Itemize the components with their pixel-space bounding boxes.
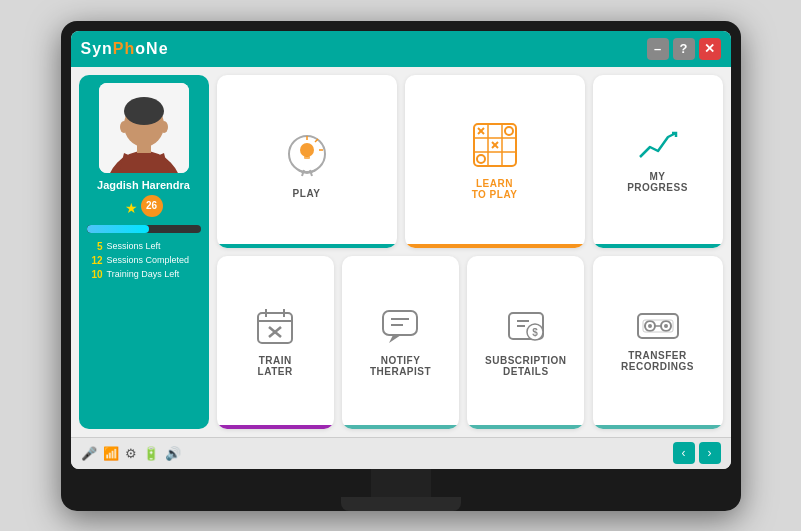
svg-point-5	[160, 121, 168, 133]
close-button[interactable]: ✕	[699, 38, 721, 60]
svg-line-11	[315, 139, 318, 142]
app-logo: SynPhoNe	[81, 40, 169, 58]
avatar-svg	[99, 83, 189, 173]
footer-nav: ‹ ›	[673, 442, 721, 464]
right-column: MYPROGRESS	[593, 75, 723, 429]
subscription-icon: $	[507, 307, 545, 349]
subscription-label: SUBSCRIPTIONDETAILS	[485, 355, 567, 377]
profile-stats: 5 Sessions Left 12 Sessions Completed 10…	[87, 241, 201, 283]
stat-sessions-left: 5 Sessions Left	[87, 241, 201, 252]
xp-bar-fill	[87, 225, 150, 233]
prev-button[interactable]: ‹	[673, 442, 695, 464]
transfer-label: TRANSFERRECORDINGS	[621, 350, 694, 372]
progress-icon	[638, 129, 678, 165]
header-buttons: – ? ✕	[647, 38, 721, 60]
xp-bar	[87, 225, 201, 233]
volume-icon: 🔊	[165, 446, 181, 461]
svg-rect-32	[383, 311, 417, 335]
sessions-completed-num: 12	[87, 255, 103, 266]
monitor: SynPhoNe – ? ✕	[61, 21, 741, 511]
svg-point-3	[124, 97, 164, 125]
learn-tile[interactable]: LEARNTO PLAY	[405, 75, 585, 248]
svg-rect-6	[137, 143, 151, 153]
svg-point-8	[300, 143, 314, 157]
level-badge: 26	[141, 195, 163, 217]
settings-icon: ⚙	[125, 446, 137, 461]
svg-rect-9	[304, 156, 310, 159]
sessions-left-label: Sessions Left	[107, 241, 161, 251]
svg-point-22	[505, 127, 513, 135]
speech-bubble-icon	[381, 307, 419, 345]
notify-tile[interactable]: NOTIFYTHERAPIST	[342, 256, 459, 429]
profile-name: Jagdish Harendra	[97, 179, 190, 191]
calendar-x-icon	[256, 307, 294, 345]
sessions-left-num: 5	[87, 241, 103, 252]
subscription-tile[interactable]: $ SUBSCRIPTIONDETAILS	[467, 256, 584, 429]
svg-point-4	[120, 121, 128, 133]
svg-rect-26	[258, 313, 292, 343]
stat-training-days: 10 Training Days Left	[87, 269, 201, 280]
progress-tile[interactable]: MYPROGRESS	[593, 75, 723, 248]
play-icon	[280, 124, 334, 182]
star-row: ★ 26	[125, 195, 163, 221]
wifi-icon: 📶	[103, 446, 119, 461]
app-header: SynPhoNe – ? ✕	[71, 31, 731, 67]
head-lightbulb-icon	[280, 124, 334, 178]
app-screen: SynPhoNe – ? ✕	[71, 31, 731, 469]
train-label: TRAINLATER	[258, 355, 293, 377]
microphone-icon: 🎤	[81, 446, 97, 461]
next-button[interactable]: ›	[699, 442, 721, 464]
notify-label: NOTIFYTHERAPIST	[370, 355, 431, 377]
svg-text:$: $	[532, 327, 538, 338]
minimize-button[interactable]: –	[647, 38, 669, 60]
transfer-icon	[637, 312, 679, 344]
svg-point-44	[664, 324, 668, 328]
learn-label: LEARNTO PLAY	[472, 178, 518, 200]
transfer-tile[interactable]: TRANSFERRECORDINGS	[593, 256, 723, 429]
footer-icons: 🎤 📶 ⚙ 🔋 🔊	[81, 446, 181, 461]
stat-sessions-completed: 12 Sessions Completed	[87, 255, 201, 266]
play-tile[interactable]: PLAY	[217, 75, 397, 248]
train-tile[interactable]: TRAINLATER	[217, 256, 334, 429]
logo-highlight: Ph	[113, 40, 135, 57]
train-icon	[256, 307, 294, 349]
notify-icon	[381, 307, 419, 349]
progress-label: MYPROGRESS	[627, 171, 688, 193]
logo-suffix: o	[135, 40, 146, 57]
app-footer: 🎤 📶 ⚙ 🔋 🔊 ‹ ›	[71, 437, 731, 469]
training-days-label: Training Days Left	[107, 269, 180, 279]
profile-photo	[99, 83, 189, 173]
svg-point-23	[477, 155, 485, 163]
training-days-num: 10	[87, 269, 103, 280]
screen-bezel: SynPhoNe – ? ✕	[71, 31, 731, 469]
cassette-icon	[637, 312, 679, 340]
chart-arrow-icon	[638, 129, 678, 161]
app-main: Jagdish Harendra ★ 26 5 Sessions Left	[71, 67, 731, 437]
sessions-completed-label: Sessions Completed	[107, 255, 190, 265]
svg-point-43	[648, 324, 652, 328]
learn-icon	[472, 122, 518, 172]
star-icon: ★	[125, 200, 138, 216]
monitor-stand-base	[341, 497, 461, 511]
monitor-stand-neck	[371, 469, 431, 497]
battery-icon: 🔋	[143, 446, 159, 461]
ttt-icon	[472, 122, 518, 168]
play-label: PLAY	[293, 188, 321, 199]
subscription-dollar-icon: $	[507, 307, 545, 345]
help-button[interactable]: ?	[673, 38, 695, 60]
profile-card: Jagdish Harendra ★ 26 5 Sessions Left	[79, 75, 209, 429]
